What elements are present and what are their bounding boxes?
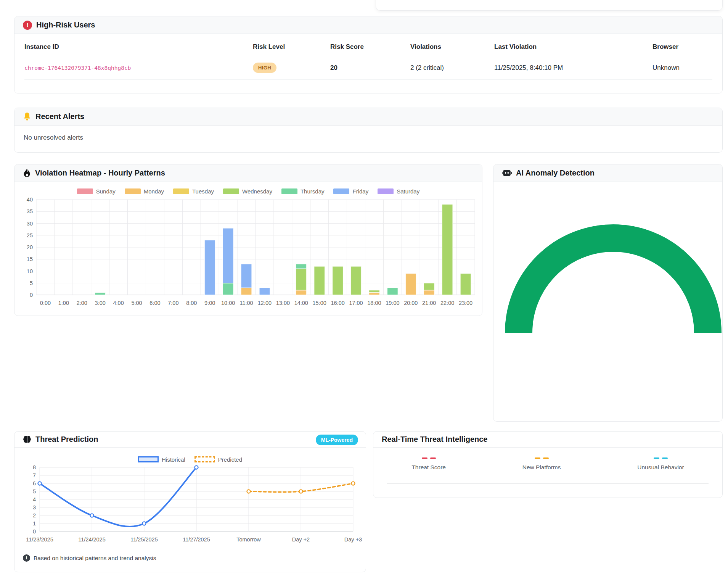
svg-text:35: 35 xyxy=(27,208,33,214)
svg-text:20:00: 20:00 xyxy=(404,300,418,306)
svg-text:10: 10 xyxy=(27,268,33,274)
legend-label: Predicted xyxy=(218,456,242,463)
svg-text:4: 4 xyxy=(33,496,36,503)
threat-intel-axis-line xyxy=(387,483,709,483)
col-last-violation: Last Violation xyxy=(494,43,652,51)
svg-text:9:00: 9:00 xyxy=(204,300,215,306)
high-risk-users-header: ! High-Risk Users xyxy=(14,16,722,34)
prediction-footnote: i Based on historical patterns and trend… xyxy=(23,554,156,562)
intel-dash-marker xyxy=(654,457,668,459)
dash xyxy=(543,457,549,459)
svg-text:11:00: 11:00 xyxy=(239,300,253,306)
svg-text:2: 2 xyxy=(33,512,36,519)
ai-anomaly-title: AI Anomaly Detection xyxy=(516,169,595,177)
col-risk-level: Risk Level xyxy=(253,43,330,51)
svg-text:11/23/2025: 11/23/2025 xyxy=(26,536,53,543)
legend-item-monday[interactable]: Monday xyxy=(125,188,164,195)
legend-label: Friday xyxy=(352,188,368,195)
intel-dash-marker xyxy=(535,457,549,459)
legend-label: Historical xyxy=(162,456,185,463)
svg-text:11/24/2025: 11/24/2025 xyxy=(78,536,106,543)
svg-text:1:00: 1:00 xyxy=(58,300,69,306)
svg-text:5:00: 5:00 xyxy=(131,300,142,306)
violations-value: 2 (2 critical) xyxy=(410,64,494,72)
risk-score-value: 20 xyxy=(330,64,410,72)
high-risk-users-table: Instance ID Risk Level Risk Score Violat… xyxy=(14,34,722,80)
threat-prediction-panel: Threat Prediction ML-Powered HistoricalP… xyxy=(14,431,366,572)
svg-text:Day +3: Day +3 xyxy=(344,536,362,543)
svg-text:5: 5 xyxy=(30,280,33,286)
legend-label: Monday xyxy=(144,188,164,195)
svg-text:25: 25 xyxy=(27,232,33,238)
intel-item-new-platforms[interactable]: New Platforms xyxy=(522,457,561,471)
svg-text:16:00: 16:00 xyxy=(331,300,344,306)
legend-item-tuesday[interactable]: Tuesday xyxy=(173,188,214,195)
violation-heatmap-title: Violation Heatmap - Hourly Patterns xyxy=(35,169,165,177)
legend-label: Wednesday xyxy=(242,188,272,195)
svg-text:8:00: 8:00 xyxy=(186,300,197,306)
legend-swatch xyxy=(77,188,93,194)
threat-prediction-title: Threat Prediction xyxy=(35,435,98,444)
prediction-footnote-text: Based on historical patterns and trend a… xyxy=(34,555,156,562)
svg-text:5: 5 xyxy=(33,488,36,494)
partial-card-top xyxy=(376,0,723,11)
svg-text:10:00: 10:00 xyxy=(221,300,235,306)
prediction-chart: 01234567811/23/202511/24/202511/25/20251… xyxy=(18,463,363,551)
flame-icon xyxy=(23,168,31,178)
ml-powered-badge: ML-Powered xyxy=(316,435,358,445)
svg-text:17:00: 17:00 xyxy=(349,300,363,306)
intel-item-threat-score[interactable]: Threat Score xyxy=(411,457,446,471)
svg-text:14:00: 14:00 xyxy=(294,300,308,306)
svg-text:19:00: 19:00 xyxy=(386,300,399,306)
legend-swatch xyxy=(173,188,189,194)
recent-alerts-panel: Recent Alerts No unresolved alerts xyxy=(14,108,723,153)
svg-text:0: 0 xyxy=(33,528,36,535)
recent-alerts-title: Recent Alerts xyxy=(35,112,84,121)
svg-text:11/27/2025: 11/27/2025 xyxy=(183,536,210,543)
legend-swatch xyxy=(281,188,297,194)
legend-item-predicted[interactable]: Predicted xyxy=(194,456,242,463)
recent-alerts-header: Recent Alerts xyxy=(14,108,722,126)
dash xyxy=(535,457,540,459)
svg-text:7:00: 7:00 xyxy=(168,300,178,306)
heatmap-legend: SundayMondayTuesdayWednesdayThursdayFrid… xyxy=(14,187,482,195)
svg-text:6: 6 xyxy=(33,480,36,486)
legend-item-historical[interactable]: Historical xyxy=(138,456,185,463)
instance-id-link[interactable]: chrome-1764132079371-48x8qhhg8cb xyxy=(24,65,131,71)
legend-swatch xyxy=(223,188,239,194)
alert-exclamation-icon: ! xyxy=(23,21,32,30)
svg-text:3: 3 xyxy=(33,504,36,511)
brain-icon xyxy=(23,435,31,443)
violation-heatmap-panel: Violation Heatmap - Hourly Patterns Sund… xyxy=(14,164,482,316)
intel-dash-marker xyxy=(422,457,436,459)
threat-intel-legend: Threat ScoreNew PlatformsUnusual Behavio… xyxy=(373,457,722,471)
threat-prediction-header: Threat Prediction ML-Powered xyxy=(14,432,366,448)
svg-text:12:00: 12:00 xyxy=(258,300,272,306)
svg-text:2:00: 2:00 xyxy=(77,300,87,306)
legend-item-saturday[interactable]: Saturday xyxy=(378,188,419,195)
info-icon: i xyxy=(23,554,30,562)
high-risk-users-panel: ! High-Risk Users Instance ID Risk Level… xyxy=(14,16,723,93)
dash xyxy=(422,457,427,459)
robot-icon xyxy=(502,169,512,177)
intel-item-label: Threat Score xyxy=(411,464,446,471)
svg-text:11/25/2025: 11/25/2025 xyxy=(130,536,158,543)
legend-item-sunday[interactable]: Sunday xyxy=(77,188,116,195)
legend-item-thursday[interactable]: Thursday xyxy=(281,188,325,195)
legend-item-wednesday[interactable]: Wednesday xyxy=(223,188,272,195)
svg-text:22:00: 22:00 xyxy=(440,300,454,306)
svg-text:15:00: 15:00 xyxy=(313,300,326,306)
violation-heatmap-header: Violation Heatmap - Hourly Patterns xyxy=(14,164,482,182)
threat-intel-header: Real-Time Threat Intelligence xyxy=(373,432,722,448)
no-alerts-message: No unresolved alerts xyxy=(14,126,722,150)
col-violations: Violations xyxy=(410,43,494,51)
legend-swatch xyxy=(194,456,215,462)
svg-text:4:00: 4:00 xyxy=(113,300,124,306)
svg-text:8: 8 xyxy=(33,464,36,470)
svg-text:15: 15 xyxy=(27,256,33,262)
dash xyxy=(430,457,436,459)
intel-item-unusual-behavior[interactable]: Unusual Behavior xyxy=(637,457,684,471)
legend-item-friday[interactable]: Friday xyxy=(333,188,368,195)
threat-intel-title: Real-Time Threat Intelligence xyxy=(382,435,488,444)
svg-text:30: 30 xyxy=(27,221,33,227)
